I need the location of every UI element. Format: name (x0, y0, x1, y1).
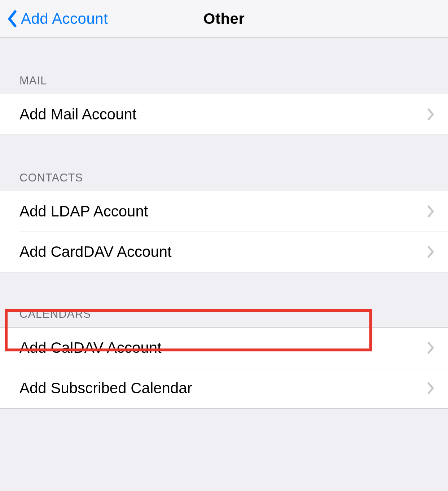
list-group-mail: Add Mail Account (0, 94, 448, 135)
back-button[interactable]: Add Account (0, 10, 108, 27)
list-item-label: Add CalDAV Account (19, 339, 162, 356)
chevron-right-icon (427, 341, 434, 354)
add-mail-account-row[interactable]: Add Mail Account (0, 94, 448, 135)
chevron-right-icon (427, 205, 434, 218)
navbar: Add Account Other (0, 0, 448, 38)
chevron-left-icon (7, 10, 17, 27)
list-item-label: Add Mail Account (19, 106, 137, 123)
section-header-calendars: CALENDARS (0, 308, 448, 327)
list-item-label: Add LDAP Account (19, 203, 148, 220)
add-caldav-account-row[interactable]: Add CalDAV Account (0, 328, 448, 368)
back-label: Add Account (21, 10, 108, 27)
list-item-label: Add Subscribed Calendar (19, 380, 192, 397)
add-ldap-account-row[interactable]: Add LDAP Account (0, 191, 448, 232)
chevron-right-icon (427, 245, 434, 258)
add-subscribed-calendar-row[interactable]: Add Subscribed Calendar (0, 368, 448, 408)
list-group-contacts: Add LDAP Account Add CardDAV Account (0, 191, 448, 272)
list-item-label: Add CardDAV Account (19, 243, 172, 260)
chevron-right-icon (427, 108, 434, 121)
page-title: Other (203, 10, 245, 27)
section-header-contacts: CONTACTS (0, 171, 448, 191)
list-group-calendars: Add CalDAV Account Add Subscribed Calend… (0, 327, 448, 409)
add-carddav-account-row[interactable]: Add CardDAV Account (0, 232, 448, 272)
chevron-right-icon (427, 382, 434, 395)
section-header-mail: MAIL (0, 74, 448, 94)
